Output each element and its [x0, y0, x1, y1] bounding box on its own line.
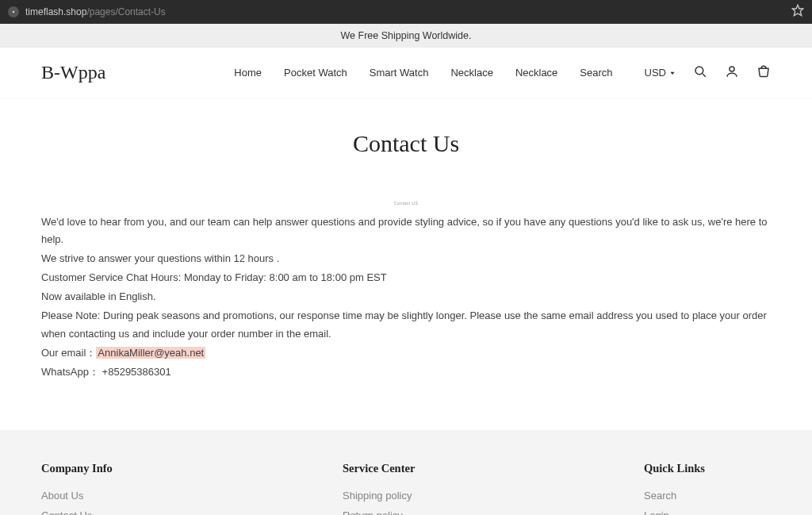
site-info-icon[interactable]	[8, 6, 19, 17]
footer-link-contact[interactable]: Contact Us	[41, 509, 343, 515]
nav-smart-watch[interactable]: Smart Watch	[370, 67, 429, 79]
nav-necklace-2[interactable]: Necklace	[515, 67, 557, 79]
currency-label: USD	[645, 67, 666, 79]
body-p2: We strive to answer your questions withi…	[41, 250, 771, 267]
site-footer: Company Info About Us Contact Us Custome…	[0, 430, 812, 515]
svg-point-5	[730, 67, 734, 71]
svg-marker-2	[670, 72, 674, 75]
site-logo[interactable]: B-Wppa	[41, 62, 105, 83]
contact-whatsapp: +85295386301	[102, 366, 171, 378]
footer-col2-title: Service Center	[343, 462, 644, 475]
cart-icon[interactable]	[756, 64, 771, 82]
svg-line-4	[703, 74, 706, 77]
currency-selector[interactable]: USD	[645, 67, 676, 79]
footer-col3-title: Quick Links	[644, 462, 771, 475]
search-icon[interactable]	[693, 64, 707, 82]
email-label: Our email：	[41, 347, 96, 359]
body-p5: Please Note: During peak seasons and pro…	[41, 307, 771, 342]
svg-point-3	[695, 67, 703, 75]
body-p4: Now available in English.	[41, 288, 771, 306]
nav-home[interactable]: Home	[234, 67, 262, 79]
footer-link-login[interactable]: Login	[644, 509, 771, 515]
body-p3: Customer Service Chat Hours: Monday to F…	[41, 269, 771, 286]
main-content: Contact Us Contact US We'd love to hear …	[25, 98, 787, 430]
nav-necklace-1[interactable]: Necklace	[450, 67, 492, 79]
browser-address-bar: timeflash.shop/pages/Contact-Us	[0, 0, 812, 24]
footer-link-about[interactable]: About Us	[41, 490, 343, 502]
whatsapp-label: WhatsApp：	[41, 366, 99, 378]
footer-link-search[interactable]: Search	[644, 490, 771, 502]
account-icon[interactable]	[725, 64, 739, 82]
footer-link-return[interactable]: Return policy	[343, 509, 644, 515]
breadcrumb: Contact US	[41, 201, 771, 206]
chevron-down-icon	[669, 67, 676, 79]
whatsapp-line: WhatsApp： +85295386301	[41, 363, 771, 381]
url-text[interactable]: timeflash.shop/pages/Contact-Us	[25, 6, 166, 17]
announcement-bar: We Free Shipping Worldwide.	[0, 24, 812, 48]
contact-body: We'd love to hear from you, and our team…	[41, 213, 771, 381]
nav-search[interactable]: Search	[580, 67, 612, 79]
footer-service-center: Service Center Shipping policy Return po…	[343, 462, 644, 515]
footer-link-shipping[interactable]: Shipping policy	[343, 490, 644, 502]
footer-quick-links: Quick Links Search Login Register Tracki…	[644, 462, 771, 515]
body-p1: We'd love to hear from you, and our team…	[41, 213, 771, 248]
page-title: Contact Us	[41, 130, 771, 157]
svg-point-0	[13, 11, 15, 13]
nav-pocket-watch[interactable]: Pocket Watch	[284, 67, 347, 79]
site-header: B-Wppa Home Pocket Watch Smart Watch Nec…	[0, 48, 812, 98]
footer-col1-title: Company Info	[41, 462, 343, 475]
footer-company-info: Company Info About Us Contact Us Custome…	[41, 462, 343, 515]
email-line: Our email：AnnikaMiller@yeah.net	[41, 344, 771, 362]
contact-email[interactable]: AnnikaMiller@yeah.net	[96, 347, 205, 359]
bookmark-star-icon[interactable]	[791, 4, 804, 20]
main-nav: Home Pocket Watch Smart Watch Necklace N…	[234, 67, 612, 79]
announcement-text: We Free Shipping Worldwide.	[341, 30, 472, 41]
svg-marker-1	[792, 5, 802, 15]
